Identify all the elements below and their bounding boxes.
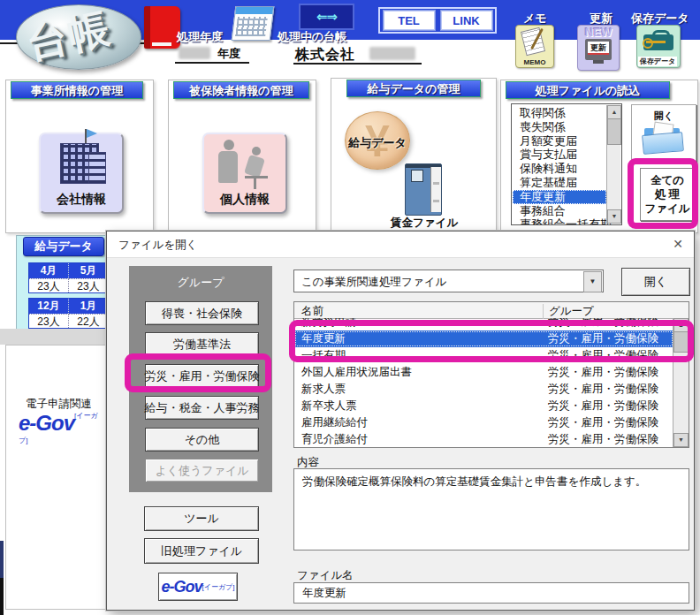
listbox-item[interactable]: 事務組合一括有期 <box>513 217 606 225</box>
egov-logo[interactable]: e-Gov[イーガブ] <box>19 411 107 452</box>
listbox-item[interactable]: 保険料通知 <box>513 162 606 176</box>
link-button[interactable]: LINK <box>440 10 493 31</box>
wage-file-binder-icon[interactable] <box>405 163 442 216</box>
tel-button[interactable]: TEL <box>383 10 436 31</box>
open-folder-button[interactable]: 開く <box>631 104 696 163</box>
file-list[interactable]: 名前 グループ 新労災申請労災・雇用・労働保険年度更新労災・雇用・労働保険一括有… <box>293 301 689 448</box>
file-group-cell: 労災・雇用・労働保険 <box>548 330 658 347</box>
personal-info-button[interactable]: 個人情報 <box>202 133 287 214</box>
headcount-cell: 23人 <box>29 314 69 328</box>
file-list-row[interactable]: 一括有期労災・雇用・労働保険 <box>294 347 673 364</box>
salary-data-tab[interactable]: 給与データ <box>23 237 104 256</box>
file-list-scrollbar[interactable]: ▲ ▼ <box>673 318 689 447</box>
scroll-down-icon[interactable]: ▼ <box>673 433 689 447</box>
scrollbar-thumb[interactable] <box>607 118 621 145</box>
old-files-button[interactable]: 旧処理ファイル <box>144 538 259 564</box>
dropdown-arrow-icon[interactable]: ▼ <box>583 271 602 292</box>
open-file-dialog: ファイルを開く ✕ グループ 得喪・社会保険 労働基準法 労災・雇用・労働保険 … <box>106 231 695 611</box>
file-list-row[interactable]: 育児介護給付労災・雇用・労働保険 <box>294 431 673 447</box>
group-button-payroll-hr[interactable]: 給与・税金・人事労務 <box>145 396 259 420</box>
group-button-social-insurance[interactable]: 得喪・社会保険 <box>145 301 259 325</box>
process-file-listbox[interactable]: 取得関係喪失関係月額変更届賞与支払届保険料通知算定基礎届年度更新事務組合事務組合… <box>511 103 622 225</box>
insured-info-header: 被保険者情報の管理 <box>173 81 309 99</box>
listbox-item[interactable]: 月額変更届 <box>513 134 606 148</box>
headcount-cell: 23人 <box>29 278 69 292</box>
salary-grid-1: 4月 5月 23人 23人 <box>28 262 111 293</box>
group-button-favorites[interactable]: よく使うファイル <box>145 459 259 482</box>
edge-sliver <box>0 578 4 615</box>
group-button-labor-insurance[interactable]: 労災・雇用・労働保険 <box>145 364 259 388</box>
person-icon <box>224 140 234 150</box>
listbox-item[interactable]: 年度更新 <box>513 190 606 204</box>
file-name-cell: 外国人雇用状況届出書 <box>301 364 412 381</box>
dialog-title-bar[interactable]: ファイルを開く ✕ <box>107 232 694 258</box>
file-list-row[interactable]: 新求人票労災・雇用・労働保険 <box>294 381 673 398</box>
file-group-cell: 労災・雇用・労働保険 <box>548 381 658 398</box>
calendar-icon[interactable] <box>232 6 275 41</box>
listbox-item[interactable]: 喪失関係 <box>513 120 606 134</box>
save-data-icon[interactable]: 保存データ <box>636 25 681 68</box>
all-files-line: 処 理 <box>655 189 680 201</box>
tools-button[interactable]: ツール <box>144 506 259 531</box>
company-name-prefix: 株式会社 <box>295 46 355 65</box>
egov-dialog-button[interactable]: e-Gov[イーガブ] <box>158 573 238 601</box>
year-underline <box>175 62 249 64</box>
file-list-row[interactable]: 年度更新労災・雇用・労働保険 <box>294 330 673 347</box>
app-window: 台帳 処理年度 ⇐⇒ 処理中の台帳 TEL LINK メモ MEMO 更新 NE… <box>0 0 700 615</box>
update-icon[interactable]: NEW 更新 <box>577 25 620 71</box>
listbox-item[interactable]: 取得関係 <box>513 106 606 120</box>
filename-label: ファイル名 <box>297 568 354 583</box>
e-application-panel: 電子申請関連 e-Gov[イーガブ] <box>5 345 108 610</box>
file-name-cell: 新卒求人票 <box>301 398 357 414</box>
filename-input[interactable]: 年度更新 <box>293 582 689 604</box>
column-header-group[interactable]: グループ <box>543 304 594 319</box>
e-application-title: 電子申請関連 <box>26 397 92 412</box>
file-filter-dropdown[interactable]: この事業所関連処理ファイル ▼ <box>293 270 604 292</box>
salary-grid-2: 12月 1月 23人 22人 <box>28 298 111 329</box>
egov-button-kana: [イーガブ] <box>202 582 235 592</box>
scroll-up-icon[interactable]: ▲ <box>673 318 689 332</box>
file-list-rows: 新労災申請労災・雇用・労働保険年度更新労災・雇用・労働保険一括有期労災・雇用・労… <box>294 318 673 447</box>
group-button-other[interactable]: その他 <box>145 428 259 452</box>
close-icon[interactable]: ✕ <box>673 237 683 251</box>
file-name-cell: 新労災申請 <box>301 318 357 330</box>
egov-logo-text: e-Gov <box>19 411 74 435</box>
group-button-labor-standards[interactable]: 労働基準法 <box>145 332 259 356</box>
open-folder-caption: 開く <box>632 110 696 123</box>
file-list-row[interactable]: 新卒求人票労災・雇用・労働保険 <box>294 398 673 414</box>
memo-icon-caption: MEMO <box>516 58 553 66</box>
file-group-cell: 労災・雇用・労働保険 <box>548 347 658 364</box>
listbox-item[interactable]: 算定基礎届 <box>513 176 606 190</box>
company-info-button[interactable]: 会社情報 <box>39 133 124 214</box>
scroll-down-icon[interactable]: ▼ <box>607 209 621 224</box>
listbox-scrollbar[interactable]: ▲ ▼ <box>606 105 620 224</box>
memo-icon[interactable]: MEMO <box>515 25 554 68</box>
edge-sliver <box>0 541 4 578</box>
file-group-cell: 労災・雇用・労働保険 <box>548 431 658 447</box>
file-group-cell: 労災・雇用・労働保険 <box>548 364 658 381</box>
all-process-files-button[interactable]: 全ての 処 理 ファイル <box>640 168 695 221</box>
headcount-cell: 22人 <box>69 314 109 328</box>
company-info-button-label: 会社情報 <box>41 192 122 208</box>
wage-file-label: 賃金ファイル <box>391 216 458 231</box>
working-ledger-label: 処理中の台帳 <box>278 29 346 45</box>
file-name-cell: 一括有期 <box>301 347 346 364</box>
listbox-item[interactable]: 賞与支払届 <box>513 148 606 162</box>
month-header: 5月 <box>69 263 109 278</box>
payroll-data-coin-button[interactable]: ¥ 給与データ <box>345 111 410 170</box>
file-group-cell: 労災・雇用・労働保険 <box>548 414 658 431</box>
scrollbar-thumb[interactable] <box>673 331 689 353</box>
file-filter-value: この事業所関連処理ファイル <box>301 275 446 290</box>
dialog-open-button[interactable]: 開く <box>621 268 690 296</box>
scroll-up-icon[interactable]: ▲ <box>607 105 621 119</box>
group-panel-label: グループ <box>129 275 272 291</box>
column-header-name[interactable]: 名前 <box>301 304 323 319</box>
payroll-coin-label: 給与データ <box>346 135 409 151</box>
processing-year-label: 処理年度 <box>177 29 223 45</box>
listbox-item[interactable]: 事務組合 <box>513 204 606 218</box>
file-list-row[interactable]: 雇用継続給付労災・雇用・労働保険 <box>294 414 673 431</box>
switch-ledger-icon[interactable]: ⇐⇒ <box>299 4 354 30</box>
file-list-row[interactable]: 外国人雇用状況届出書労災・雇用・労働保険 <box>294 364 673 381</box>
file-list-row[interactable]: 新労災申請労災・雇用・労働保険 <box>294 318 673 330</box>
tel-link-group: TEL LINK <box>378 7 497 34</box>
